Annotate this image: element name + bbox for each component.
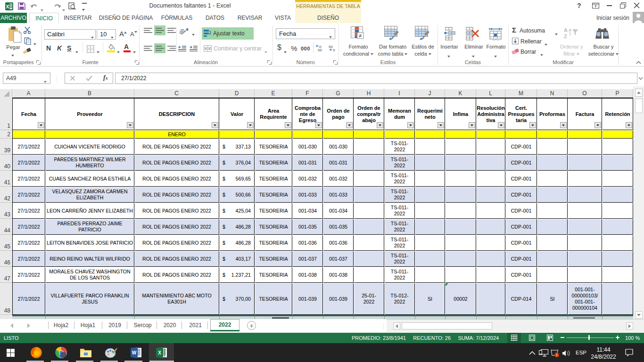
svg-text:A: A xyxy=(564,27,568,33)
svg-text:W: W xyxy=(132,350,137,355)
svg-text:X: X xyxy=(6,4,9,9)
svg-text:Z: Z xyxy=(564,33,567,39)
svg-text:X: X xyxy=(158,350,161,355)
svg-text:00: 00 xyxy=(318,48,322,52)
svg-text:0: 0 xyxy=(333,48,335,52)
svg-text:!: ! xyxy=(556,353,558,357)
svg-text:≠: ≠ xyxy=(359,33,362,39)
